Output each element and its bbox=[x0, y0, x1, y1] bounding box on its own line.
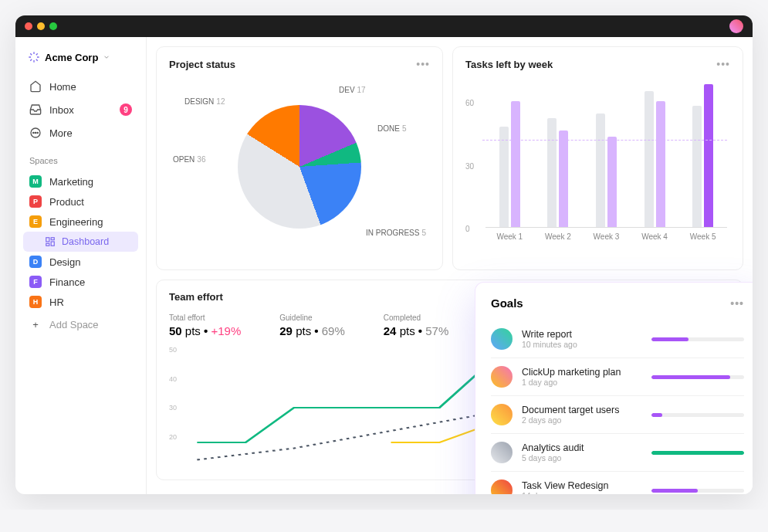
sidebar: Acme Corp Home Inbox 9 More Spaces MMark… bbox=[15, 37, 147, 494]
svg-rect-6 bbox=[51, 242, 54, 246]
goal-name: Analytics audit bbox=[522, 442, 642, 453]
space-label: Product bbox=[49, 196, 84, 208]
goals-more-button[interactable]: ••• bbox=[730, 297, 744, 310]
line-ytick: 20 bbox=[169, 433, 177, 441]
stat-label: Guideline bbox=[279, 313, 345, 322]
nav-more[interactable]: More bbox=[23, 122, 138, 144]
line-ytick: 40 bbox=[169, 375, 177, 383]
traffic-lights bbox=[25, 22, 57, 30]
card-more-button[interactable]: ••• bbox=[716, 58, 730, 70]
goal-time: 10 minutes ago bbox=[522, 340, 642, 349]
card-title: Project status bbox=[169, 59, 235, 70]
titlebar bbox=[15, 15, 753, 37]
space-label: HR bbox=[49, 296, 64, 308]
goal-item[interactable]: Write report10 minutes ago bbox=[491, 320, 744, 358]
bar bbox=[596, 114, 605, 227]
goal-name: Write report bbox=[522, 329, 642, 340]
sidebar-dashboard[interactable]: Dashboard bbox=[23, 232, 138, 252]
bar-group bbox=[645, 91, 665, 227]
svg-rect-5 bbox=[51, 238, 54, 240]
space-icon: P bbox=[29, 195, 42, 208]
app-window: Acme Corp Home Inbox 9 More Spaces MMark… bbox=[15, 15, 753, 494]
line-ytick: 30 bbox=[169, 404, 177, 412]
maximize-window-button[interactable] bbox=[49, 22, 57, 30]
workspace-switcher[interactable]: Acme Corp bbox=[23, 48, 138, 66]
goal-item[interactable]: Analytics audit5 days ago bbox=[491, 434, 744, 472]
bar-xlabel: Week 1 bbox=[496, 232, 523, 241]
line-ytick: 50 bbox=[169, 346, 177, 354]
stat-label: Total effort bbox=[169, 313, 241, 322]
bar bbox=[559, 130, 568, 227]
workspace-logo-icon bbox=[28, 51, 40, 63]
sidebar-space-hr[interactable]: HHR bbox=[23, 292, 138, 312]
goal-item[interactable]: ClickUp marketing plan1 day ago bbox=[491, 358, 744, 396]
goal-avatar bbox=[491, 442, 513, 463]
pie-graphic bbox=[238, 105, 361, 229]
add-space-button[interactable]: + Add Space bbox=[23, 313, 138, 335]
chevron-down-icon bbox=[103, 53, 110, 61]
bar-ytick: 0 bbox=[465, 225, 470, 233]
spaces-section-label: Spaces bbox=[23, 145, 138, 170]
bar-xlabel: Week 4 bbox=[641, 232, 668, 241]
goal-time: 1 day ago bbox=[522, 378, 642, 387]
goal-progress bbox=[651, 337, 744, 341]
pie-label-dev: DEV17 bbox=[339, 86, 366, 94]
home-icon bbox=[29, 80, 42, 93]
goals-panel: Goals ••• Write report10 minutes ago Cli… bbox=[475, 282, 753, 494]
space-icon: F bbox=[29, 276, 42, 288]
close-window-button[interactable] bbox=[25, 22, 32, 30]
goal-time: 5 days ago bbox=[522, 453, 642, 463]
card-title: Tasks left by week bbox=[465, 59, 553, 70]
bar bbox=[692, 106, 702, 227]
pie-label-open: OPEN36 bbox=[173, 155, 205, 164]
goal-progress bbox=[651, 375, 744, 379]
space-label: Design bbox=[49, 256, 80, 268]
user-avatar[interactable] bbox=[729, 19, 743, 33]
sidebar-space-product[interactable]: PProduct bbox=[23, 191, 138, 212]
inbox-badge: 9 bbox=[120, 103, 132, 116]
minimize-window-button[interactable] bbox=[37, 22, 45, 30]
goal-item[interactable]: Task View Redesign14 days ago bbox=[491, 472, 744, 494]
goal-avatar bbox=[491, 479, 513, 494]
space-label: Marketing bbox=[49, 176, 93, 188]
card-more-button[interactable]: ••• bbox=[416, 58, 430, 70]
sidebar-space-finance[interactable]: FFinance bbox=[23, 272, 138, 292]
goal-name: Task View Redesign bbox=[522, 480, 642, 491]
tasks-left-card: Tasks left by week ••• 03060 Week 1Week … bbox=[452, 46, 743, 270]
goal-item[interactable]: Document target users2 days ago bbox=[491, 396, 744, 434]
workspace-name: Acme Corp bbox=[45, 52, 98, 63]
card-title: Team effort bbox=[169, 291, 223, 303]
bar bbox=[607, 137, 617, 227]
space-icon: E bbox=[29, 215, 42, 228]
bar-xlabel: Week 3 bbox=[594, 232, 620, 241]
nav-inbox[interactable]: Inbox 9 bbox=[23, 99, 138, 120]
space-label: Finance bbox=[49, 276, 85, 288]
sidebar-space-marketing[interactable]: MMarketing bbox=[23, 171, 138, 191]
goal-time: 14 days ago bbox=[522, 491, 642, 494]
nav-home[interactable]: Home bbox=[23, 76, 138, 97]
stat-completed: Completed 24 pts • 57% bbox=[384, 313, 449, 337]
goal-name: ClickUp marketing plan bbox=[522, 367, 642, 378]
goal-avatar bbox=[491, 328, 513, 350]
svg-rect-4 bbox=[46, 238, 49, 242]
stat-total: Total effort 50 pts • +19% bbox=[169, 313, 241, 337]
dashboard-label: Dashboard bbox=[62, 236, 109, 247]
pie-label-design: DESIGN12 bbox=[184, 97, 225, 106]
space-label: Engineering bbox=[49, 216, 103, 228]
nav-label: More bbox=[49, 127, 73, 139]
space-icon: D bbox=[29, 256, 42, 268]
sidebar-space-engineering[interactable]: EEngineering bbox=[23, 212, 138, 232]
project-status-card: Project status ••• DEV17DONE5IN PROGRESS… bbox=[156, 46, 443, 270]
bar-chart: 03060 Week 1Week 2Week 3Week 4Week 5 bbox=[465, 78, 730, 240]
goal-progress bbox=[651, 489, 744, 493]
goal-avatar bbox=[491, 404, 513, 425]
space-icon: H bbox=[29, 296, 42, 308]
stat-guideline: Guideline 29 pts • 69% bbox=[279, 313, 345, 337]
goal-progress bbox=[651, 451, 744, 455]
sidebar-space-design[interactable]: DDesign bbox=[23, 252, 138, 272]
bar-group bbox=[547, 118, 568, 227]
goal-progress bbox=[651, 413, 744, 417]
inbox-icon bbox=[29, 103, 42, 116]
pie-label-done: DONE5 bbox=[377, 124, 406, 133]
goals-title: Goals bbox=[491, 296, 523, 310]
